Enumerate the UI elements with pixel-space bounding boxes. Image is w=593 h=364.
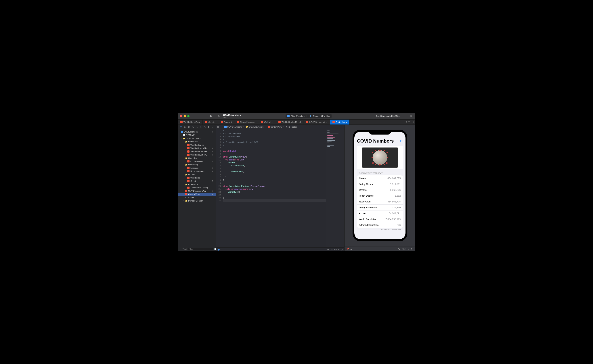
debug-breakpoint-icon[interactable]: ⬤ [218,248,220,250]
find-navigator-icon[interactable]: 🔍︎ [192,126,194,128]
swift-icon [185,190,188,192]
stat-row: Deaths5,963,206 [357,187,403,193]
zoom-level[interactable]: 75% [402,248,406,250]
toggle-debug-area-icon[interactable]: ▢ [341,248,343,250]
scheme-selector[interactable]: COVIDNumbers 〉 iPhone 13 Pro Max [286,114,332,118]
source-control-icon[interactable] [216,114,221,118]
nav-file[interactable]: WorldwideListRowM [178,153,216,156]
nav-file-app[interactable]: COVIDNumbersAppM [178,189,216,193]
nav-file[interactable]: WorldwideListViewM [178,150,216,153]
tab-country[interactable]: Country [203,120,218,124]
nav-readme[interactable]: 📄README [178,133,216,137]
jump-bar[interactable]: ▦ ‹ › COVIDNumbers 〉 📁COVIDNumbers 〉 Con… [216,125,344,129]
pin-preview-icon[interactable]: 📌 [346,248,349,250]
folder-icon: 📁 [185,173,188,176]
back-icon[interactable]: ‹ [221,126,221,128]
svg-rect-35 [224,126,227,128]
code-text[interactable]: //// ContentView.swift// COVIDNumbers///… [222,129,326,247]
nav-file[interactable]: EndpointM [178,166,216,169]
nav-folder-models[interactable]: ⌄📁Models [178,173,216,176]
debug-navigator-icon[interactable]: ▢ [204,126,206,128]
stat-row: Today Deaths6,562 [357,193,403,199]
tab-endpoint[interactable]: Endpoint [218,120,235,124]
nav-file[interactable]: WorldwideViewModelM [178,147,216,150]
svg-rect-16 [332,121,335,123]
nav-file-contentview[interactable]: ContentViewM [178,193,216,196]
preview-toolbar: 📌 ☰ 🔍︎− 75% ⌄ 🔍︎+ [345,246,415,251]
tab-worldwideviewmodel[interactable]: WorldwideViewModel [276,120,303,124]
navigator-footer: ＋ ◯≡ 🕘 ▣ [178,247,216,251]
run-button[interactable] [209,114,214,118]
nav-preview-content[interactable]: ›📁Preview Content [178,199,216,202]
issue-navigator-icon[interactable]: ⚠ [196,126,198,128]
breakpoint-navigator-icon[interactable]: ⬢ [208,126,209,128]
zoom-out-icon[interactable]: 🔍︎− [398,248,401,250]
nav-assets[interactable]: 🗂Assets [178,196,216,199]
svg-rect-0 [193,115,196,117]
stat-label: Cases [359,177,366,180]
phone-screen[interactable]: COVID Numbers ⟳ [354,132,405,239]
source-control-navigator-icon[interactable]: ⧉ [184,126,186,128]
adjust-editor-icon[interactable] [408,121,410,123]
svg-rect-20 [411,121,414,123]
report-navigator-icon[interactable]: ☰ [211,126,213,128]
nav-folder-networking[interactable]: ⌄📁Networking [178,163,216,166]
zoom-window-button[interactable] [187,115,189,117]
tab-contentview[interactable]: ContentView [330,120,350,124]
filter-scope-icon[interactable]: ◯≡ [182,248,187,250]
stat-value: 364,661,778 [387,200,401,203]
svg-rect-30 [187,177,189,179]
swift-icon [180,121,182,123]
stat-value: 7,884,098,179 [385,218,401,221]
stat-value: 6,562 [395,195,401,197]
xcode-window: COVIDNumbers main COVIDNumbers 〉 iPhone … [178,113,415,251]
project-navigator[interactable]: ⌄ COVIDNumbers M 📄README ⌄📁COVIDNumbers … [178,130,216,247]
nav-project-root[interactable]: ⌄ COVIDNumbers M [178,130,216,133]
preview-options-icon[interactable]: ☰ [350,248,352,250]
zoom-in-icon[interactable]: 🔍︎+ [410,248,413,250]
svg-rect-33 [185,190,187,192]
tab-networkmanager[interactable]: NetworkManager [235,120,258,124]
forward-icon[interactable]: › [222,126,223,128]
filter-input[interactable] [188,248,213,250]
close-window-button[interactable] [180,115,182,117]
xcode-project-icon [224,126,227,128]
minimize-window-button[interactable] [184,115,186,117]
add-tab-icon[interactable]: ＋ [402,114,407,118]
toggle-navigator-icon[interactable] [192,114,197,118]
cursor-col: Col: 1 [334,248,339,250]
svg-rect-25 [187,150,189,153]
tab-worldwide[interactable]: Worldwide [258,120,276,124]
swift-icon [306,121,308,123]
svg-rect-32 [187,187,189,189]
svg-rect-23 [187,144,189,146]
project-navigator-icon[interactable]: ▤ [180,126,182,128]
nav-file[interactable]: Worldwide [178,176,216,179]
nav-file[interactable]: NetworkManagerM [178,169,216,173]
zoom-dropdown-icon[interactable]: ⌄ [408,248,409,250]
refresh-preview-icon[interactable]: ⟲ [405,121,407,123]
nav-folder-countries[interactable]: ⌄📁Countries [178,156,216,160]
nav-file[interactable]: WorldwideView [178,143,216,147]
symbol-navigator-icon[interactable]: ◧ [188,126,190,128]
code-editor[interactable]: 1234567891011121314151617181920212223242… [216,129,326,247]
nav-folder-worldwide[interactable]: ⌄📁Worldwide [178,140,216,143]
related-items-icon[interactable]: ▦ [217,126,219,128]
stat-value: 5,963,206 [390,188,401,191]
tab-bar: WorldwideListRow Country Endpoint Networ… [178,120,415,125]
test-navigator-icon[interactable]: ◇ [200,126,202,128]
tab-worldwidelistrow[interactable]: WorldwideListRow [178,120,203,124]
toggle-inspectors-icon[interactable] [408,114,412,118]
nav-file[interactable]: CountryA [178,179,216,183]
tab-covidnumbersapp[interactable]: COVIDNumbersApp [303,120,330,124]
toggle-canvas-icon[interactable] [411,121,414,123]
add-file-icon[interactable]: ＋ [179,248,181,250]
refresh-icon[interactable]: ⟳ [400,139,403,143]
nav-file[interactable]: CountriesViewA [178,160,216,163]
nav-folder-covidnumbers[interactable]: ⌄📁COVIDNumbers [178,137,216,140]
minimap[interactable] [326,129,344,247]
swift-icon [185,193,188,195]
nav-file[interactable]: TimeInterval+String [178,186,216,189]
nav-folder-extensions[interactable]: ⌄📁Extensions [178,183,216,186]
svg-rect-24 [187,147,189,149]
